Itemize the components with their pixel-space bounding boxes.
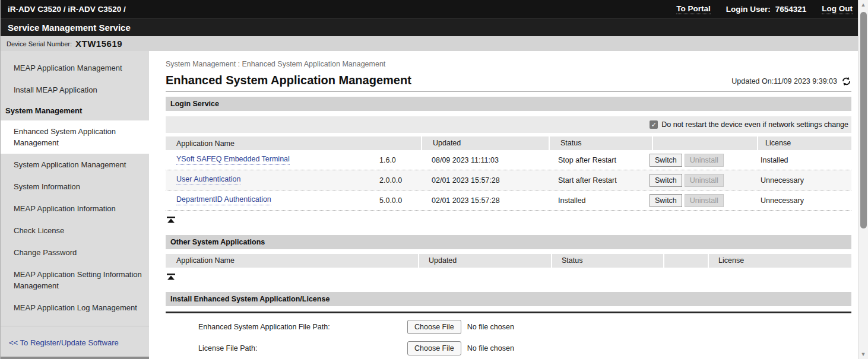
scrollbar-thumb[interactable] [860,12,867,228]
col-application-name: Application Name [166,136,421,150]
app-file-status: No file chosen [467,323,514,331]
app-file-path-row: Enhanced System Application File Path: C… [166,319,851,335]
no-restart-label: Do not restart the device even if networ… [661,120,848,129]
choose-file-button-license[interactable]: Choose File [407,341,461,355]
col-status: Status [552,254,663,268]
uninstall-button: Uninstall [685,154,724,167]
sidebar-section-system-management: System Management [1,101,149,120]
other-apps-table: Application Name Updated Status License [166,254,851,268]
no-restart-row: ✓ Do not restart the device even if netw… [166,116,851,133]
to-portal-link[interactable]: To Portal [676,4,711,14]
scrollbar-down-icon[interactable]: ▼ [861,350,866,359]
top-bar-right: To Portal Login User: 7654321 Log Out [676,4,853,14]
device-title: iR-ADV C3520 / iR-ADV C3520 / [8,5,126,14]
app-license: Unnecessary [753,176,851,185]
sidebar-item-change-password[interactable]: Change Password [1,242,149,263]
app-status: Installed [547,196,650,205]
install-form: Enhanced System Application File Path: C… [166,319,851,359]
section-divider [166,312,851,313]
col-application-name: Application Name [166,254,418,268]
scroll-to-top-icon[interactable] [167,215,175,225]
serial-value: XTW15619 [75,39,122,49]
register-update-software-link[interactable]: << To Register/Update Software [1,326,149,353]
scrollbar-up-icon[interactable]: ▲ [861,0,866,9]
serial-bar: Device Serial Number: XTW15619 [1,36,868,51]
serial-label: Device Serial Number: [7,40,72,47]
app-updated: 08/09 2023 11:11:03 [421,156,547,164]
login-user-value: 7654321 [775,5,807,14]
sidebar-item-meap-application-setting-information-management[interactable]: MEAP Application Setting Information Man… [1,263,149,297]
login-service-table-header: Application Name Updated Status License [166,136,851,150]
col-actions [653,136,757,150]
app-title-bar: Service Management Service [1,18,868,36]
table-row: DepartmentID Authentication 5.0.0.0 02/0… [166,190,851,211]
app-title: Service Management Service [8,23,131,33]
col-blank [664,254,708,268]
vertical-scrollbar[interactable]: ▲ ▼ [858,0,868,359]
top-bar: iR-ADV C3520 / iR-ADV C3520 / To Portal … [1,0,868,18]
refresh-icon[interactable] [841,77,851,86]
sidebar-item-meap-application-log-management[interactable]: MEAP Application Log Management [1,297,149,319]
log-out-link[interactable]: Log Out [822,4,853,14]
switch-button[interactable]: Switch [650,174,682,187]
table-row: YSoft SAFEQ Embedded Terminal 1.6.0 08/0… [166,150,851,170]
sidebar-item-install-meap-application[interactable]: Install MEAP Application [1,79,149,101]
app-updated: 02/01 2023 15:57:28 [421,196,547,205]
sms-window: iR-ADV C3520 / iR-ADV C3520 / To Portal … [0,0,868,359]
license-file-path-row: License File Path: Choose File No file c… [166,341,851,356]
scroll-to-top-icon[interactable] [167,272,175,282]
sidebar: MEAP Application Management Install MEAP… [1,51,149,359]
sidebar-item-meap-application-information[interactable]: MEAP Application Information [1,198,149,220]
app-license: Unnecessary [753,196,851,205]
app-link-departmentid-authentication[interactable]: DepartmentID Authentication [176,195,271,205]
col-status: Status [550,136,652,150]
license-file-status: No file chosen [467,344,514,352]
title-divider [166,91,851,92]
sidebar-item-meap-application-management[interactable]: MEAP Application Management [1,57,149,79]
section-other-system-applications: Other System Applications [166,235,851,249]
breadcrumb: System Management : Enhanced System Appl… [166,60,851,68]
page-title: Enhanced System Application Management [166,74,411,87]
app-license: Installed [753,156,851,164]
col-updated: Updated [419,254,551,268]
col-updated: Updated [422,136,549,150]
app-version: 2.0.0.0 [379,176,421,185]
section-install-enhanced-system-application: Install Enhanced System Application/Lice… [166,292,851,306]
license-file-path-label: License File Path: [166,344,407,352]
section-login-service: Login Service [166,97,851,111]
sidebar-item-check-license[interactable]: Check License [1,220,149,242]
switch-button[interactable]: Switch [650,154,682,167]
choose-file-button-application[interactable]: Choose File [407,320,461,334]
app-status: Stop after Restart [547,156,650,164]
app-link-ysoft-safeq[interactable]: YSoft SAFEQ Embedded Terminal [176,155,290,165]
main-content: System Management : Enhanced System Appl… [149,51,868,359]
sidebar-item-enhanced-system-application-management[interactable]: Enhanced System Application Management [1,120,149,154]
login-service-table: Application Name Updated Status License … [166,136,851,211]
uninstall-button: Uninstall [685,174,724,187]
app-file-path-label: Enhanced System Application File Path: [166,323,407,331]
other-apps-table-header: Application Name Updated Status License [166,254,851,268]
app-version: 5.0.0.0 [379,196,421,205]
login-user-label: Login User: [726,5,771,14]
app-link-user-authentication[interactable]: User Authentication [176,175,240,185]
switch-button[interactable]: Switch [650,194,682,207]
sidebar-item-system-information[interactable]: System Information [1,176,149,198]
col-license: License [709,254,851,268]
uninstall-button: Uninstall [685,194,724,207]
updated-on-text: Updated On:11/09 2023 9:39:03 [731,77,837,85]
col-license: License [758,136,851,150]
app-version: 1.6.0 [379,156,421,164]
app-status: Start after Restart [547,176,650,185]
sidebar-item-system-application-management[interactable]: System Application Management [1,154,149,176]
table-row: User Authentication 2.0.0.0 02/01 2023 1… [166,170,851,190]
login-user: Login User: 7654321 [726,5,807,14]
no-restart-checkbox[interactable]: ✓ [650,120,658,129]
app-updated: 02/01 2023 15:57:28 [421,176,547,185]
